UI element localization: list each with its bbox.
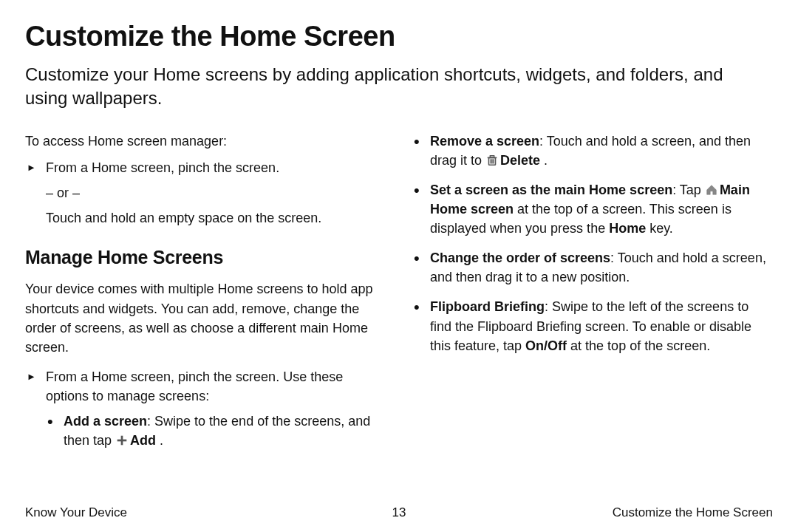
page-footer: Know Your Device 13 Customize the Home S… (25, 505, 773, 520)
manage-intro: Your device comes with multiple Home scr… (25, 279, 386, 356)
flipboard-label: Flipboard Briefing (430, 299, 545, 314)
trash-icon (485, 153, 499, 166)
flipboard-text2: at the top of the screen. (567, 338, 710, 353)
touch-hold-instruction: Touch and hold an empty space on the scr… (25, 208, 386, 228)
delete-icon-label: Delete (500, 153, 540, 168)
content-columns: To access Home screen manager: From a Ho… (25, 132, 773, 460)
left-column: To access Home screen manager: From a Ho… (25, 132, 386, 460)
remove-screen-label: Remove a screen (430, 134, 539, 149)
order-screens-item: Change the order of screens: Touch and h… (412, 248, 773, 287)
remove-screen-item: Remove a screen: Touch and hold a screen… (412, 132, 773, 170)
flipboard-item: Flipboard Briefing: Swipe to the left of… (412, 297, 773, 355)
main-screen-item: Set a screen as the main Home screen: Ta… (412, 180, 773, 238)
add-period: . (156, 433, 163, 448)
main-screen-label: Set a screen as the main Home screen (430, 183, 672, 197)
manage-pinch-instruction: From a Home screen, pinch the screen. Us… (25, 367, 386, 406)
onoff-label: On/Off (525, 338, 567, 353)
page-intro: Customize your Home screens by adding ap… (25, 63, 764, 111)
home-key-label: Home (609, 221, 646, 236)
pinch-instruction: From a Home screen, pinch the screen. (25, 158, 386, 177)
or-separator: – or – (25, 183, 386, 202)
main-screen-text1: : Tap (672, 183, 705, 197)
footer-right: Customize the Home Screen (613, 505, 773, 520)
add-screen-label: Add a screen (64, 414, 147, 429)
remove-period: . (540, 153, 548, 168)
footer-page-number: 13 (392, 505, 406, 520)
page-title: Customize the Home Screen (25, 21, 773, 52)
order-screens-label: Change the order of screens (430, 250, 610, 265)
document-page: Customize the Home Screen Customize your… (0, 0, 798, 532)
home-icon (705, 183, 718, 196)
footer-left: Know Your Device (25, 505, 127, 520)
add-icon-label: Add (130, 433, 156, 448)
add-screen-item: Add a screen: Swipe to the end of the sc… (25, 412, 386, 450)
main-screen-text3: key. (646, 221, 673, 236)
plus-icon (115, 433, 129, 446)
manage-heading: Manage Home Screens (25, 244, 386, 270)
access-intro: To access Home screen manager: (25, 132, 386, 151)
right-column: Remove a screen: Touch and hold a screen… (412, 132, 773, 460)
svg-rect-7 (490, 156, 494, 158)
